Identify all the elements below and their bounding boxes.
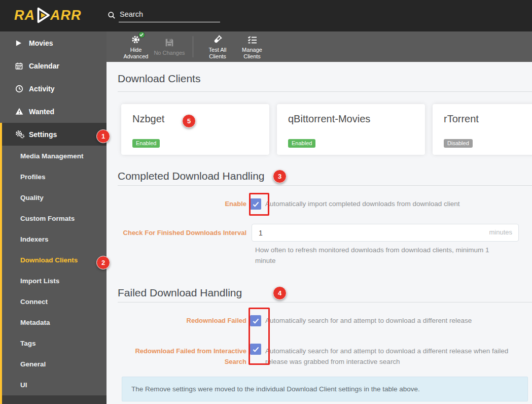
interval-row: Check For Finished Downloads Interval mi…	[118, 224, 519, 242]
gears-icon	[15, 130, 29, 139]
sidebar-item-metadata[interactable]: Metadata	[2, 312, 107, 333]
sidebar-item-indexers[interactable]: Indexers	[2, 229, 107, 250]
redownload-failed-row: Redownload Failed Automatically search f…	[118, 315, 472, 326]
sidebar-item-tags[interactable]: Tags	[2, 333, 107, 354]
clock-icon	[15, 85, 29, 93]
sidebar-item-label: Activity	[29, 85, 55, 93]
check-icon	[253, 201, 259, 207]
interval-input-wrap: minutes	[252, 224, 519, 242]
advanced-cog-icon	[131, 34, 141, 45]
section-divider	[118, 185, 532, 186]
sidebar-item-settings[interactable]: Settings	[2, 123, 107, 146]
redownload-failed-label: Redownload Failed	[118, 315, 250, 326]
client-name: rTorrent	[444, 113, 532, 125]
client-card-qbittorrent[interactable]: qBittorrent-Movies Enabled	[277, 104, 425, 155]
top-bar: RA ARR	[0, 0, 532, 31]
enable-help-text: Automatically import completed downloads…	[265, 198, 459, 210]
toolbar-separator	[193, 36, 193, 57]
global-search	[107, 8, 220, 22]
page-toolbar: Hide Advanced No Changes Test All Client…	[107, 31, 532, 62]
toolbar-button-label: Test All Clients	[201, 47, 234, 59]
redownload-interactive-row: Redownload Failed from Interactive Searc…	[118, 344, 509, 367]
sidebar-bottom-strip	[2, 395, 107, 404]
client-name: qBittorrent-Movies	[288, 113, 414, 125]
status-badge: Disabled	[444, 139, 473, 148]
check-icon	[253, 347, 259, 352]
client-card-rtorrent[interactable]: rTorrent Disabled	[433, 104, 532, 155]
manage-clients-button[interactable]: Manage Clients	[236, 34, 268, 59]
test-all-clients-button[interactable]: Test All Clients	[201, 34, 234, 59]
play-icon	[15, 40, 29, 47]
settings-content: Download Clients Nzbget Enabled qBittorr…	[107, 62, 532, 404]
sidebar-item-import-lists[interactable]: Import Lists	[2, 271, 107, 291]
client-card-nzbget[interactable]: Nzbget Enabled	[121, 104, 269, 155]
interval-input[interactable]	[252, 224, 519, 242]
info-alert: The Remove settings were moved to the in…	[122, 377, 528, 401]
green-check-icon	[138, 31, 145, 38]
sidebar-item-label: Settings	[29, 130, 57, 139]
sidebar-item-ui[interactable]: UI	[2, 375, 107, 395]
redownload-interactive-help-text: Automatically search for and attempt to …	[265, 344, 509, 367]
client-name: Nzbget	[132, 113, 258, 125]
sidebar-item-profiles[interactable]: Profiles	[2, 166, 107, 187]
settings-group: Settings Media Management Profiles Quali…	[0, 123, 107, 404]
sidebar-item-download-clients[interactable]: Download Clients	[2, 250, 107, 271]
enable-checkbox[interactable]	[250, 198, 261, 210]
page-title: Download Clients	[118, 73, 200, 85]
hide-advanced-button[interactable]: Hide Advanced	[120, 34, 152, 59]
enable-row: Enable Automatically import completed do…	[118, 198, 459, 210]
section-divider	[118, 302, 532, 302]
save-icon	[165, 37, 174, 48]
interval-help-text: How often to refresh monitored downloads…	[255, 245, 509, 266]
sidebar-item-label: Calendar	[29, 62, 59, 70]
download-client-cards: Nzbget Enabled qBittorrent-Movies Enable…	[121, 104, 532, 155]
sidebar-item-general[interactable]: General	[2, 354, 107, 375]
failed-handling-title: Failed Download Handling	[118, 287, 242, 299]
sidebar-item-media-management[interactable]: Media Management	[2, 146, 107, 166]
toolbar-button-label: Hide Advanced	[120, 47, 152, 59]
status-badge: Enabled	[288, 139, 315, 148]
warning-icon	[15, 108, 29, 115]
sidebar: Movies Calendar Activity Wanted Sett	[0, 31, 107, 404]
test-tube-icon	[212, 34, 223, 45]
info-alert-text: The Remove settings were moved to the in…	[131, 385, 420, 393]
no-changes-button[interactable]: No Changes	[153, 37, 186, 56]
check-icon	[253, 318, 259, 324]
sidebar-item-movies[interactable]: Movies	[0, 31, 107, 54]
toolbar-button-label: No Changes	[154, 50, 185, 56]
toolbar-button-label: Manage Clients	[236, 47, 268, 59]
redownload-interactive-checkbox[interactable]	[250, 344, 261, 355]
play-logo-icon	[34, 6, 51, 24]
logo-text-left: RA	[14, 5, 35, 25]
logo-text-right: ARR	[50, 5, 82, 25]
calendar-icon	[15, 62, 29, 70]
redownload-failed-checkbox[interactable]	[250, 315, 261, 326]
sidebar-item-label: Movies	[29, 39, 53, 47]
main-area: Hide Advanced No Changes Test All Client…	[107, 31, 532, 404]
redownload-failed-help-text: Automatically search for and attempt to …	[265, 315, 472, 326]
sidebar-item-wanted[interactable]: Wanted	[0, 100, 107, 123]
redownload-interactive-label: Redownload Failed from Interactive Searc…	[118, 344, 250, 367]
completed-handling-title: Completed Download Handling	[118, 170, 265, 182]
interval-label: Check For Finished Downloads Interval	[118, 224, 250, 242]
checklist-icon	[247, 34, 257, 45]
sidebar-item-activity[interactable]: Activity	[0, 77, 107, 100]
sidebar-item-quality[interactable]: Quality	[2, 187, 107, 208]
search-icon	[108, 11, 116, 19]
status-badge: Enabled	[132, 139, 160, 148]
section-divider	[118, 91, 532, 92]
enable-label: Enable	[118, 198, 250, 210]
search-input[interactable]	[119, 8, 220, 22]
sidebar-item-connect[interactable]: Connect	[2, 291, 107, 312]
radarr-logo[interactable]: RA ARR	[14, 5, 82, 25]
sidebar-item-custom-formats[interactable]: Custom Formats	[2, 208, 107, 229]
sidebar-item-label: Wanted	[29, 108, 54, 116]
sidebar-item-calendar[interactable]: Calendar	[0, 54, 107, 77]
interval-unit: minutes	[489, 228, 512, 236]
